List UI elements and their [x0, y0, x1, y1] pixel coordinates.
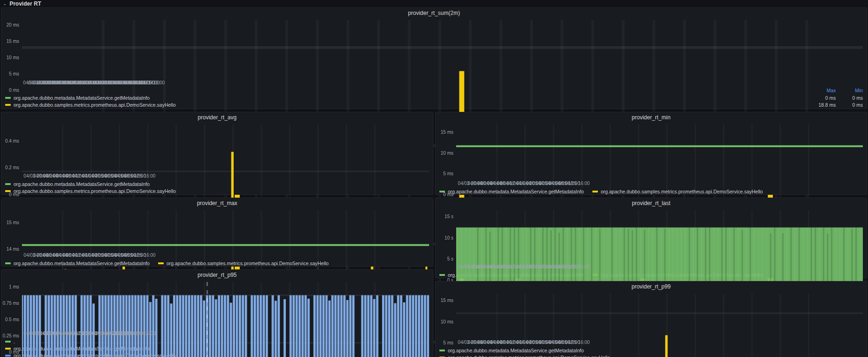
x-tick-label: 04/05 16:00 [565, 181, 590, 186]
panel-title[interactable]: provider_rt_last [436, 198, 867, 208]
chart-area: 0 ms5 ms10 ms15 ms [436, 123, 867, 180]
panel-title[interactable]: provider_rt_p99 [436, 281, 867, 292]
y-tick-label: 0.25 ms [1, 333, 19, 338]
chart-area: 0 ms5 ms10 ms15 ms [436, 292, 867, 339]
series-color-dash [5, 97, 11, 99]
y-tick-label: 10 ms [436, 319, 453, 324]
y-tick-label: 15 ms [436, 298, 453, 303]
y-tick-label: 0 ms [1, 88, 19, 93]
y-tick-label: 5 ms [436, 171, 453, 176]
x-tick-label: 04/05 16:00 [131, 173, 156, 178]
panel-provider-rt-min: provider_rt_min 0 ms5 ms10 ms15 ms 04/03… [435, 112, 867, 195]
x-tick-label: 04/05 16:00 [131, 331, 156, 336]
x-tick-label: 04/05 16:00 [565, 340, 590, 345]
row-title: Provider RT [9, 0, 41, 7]
chart-area: 0 s5 s10 s15 s [436, 208, 867, 264]
y-tick-label: 15 ms [1, 220, 19, 225]
x-axis: 04/03 18:0004/03 20:0004/03 22:0004/04 0… [22, 80, 863, 86]
y-tick-label: 0 ms [1, 350, 19, 355]
series-color-dash [5, 262, 11, 264]
y-tick-label: 14 ms [1, 247, 19, 252]
chart-canvas[interactable] [456, 294, 863, 357]
y-tick-label: 5 s [436, 256, 453, 261]
panel-title[interactable]: provider_rt_min [436, 112, 867, 123]
x-axis: 04/03 20:0004/04 00:0004/04 04:0004/04 0… [456, 339, 863, 346]
y-tick-label: 0 ms [436, 192, 453, 197]
y-tick-label: 0 ms [1, 192, 19, 197]
panel-provider-rt-avg: provider_rt_avg 0 ms0.2 ms0.4 ms 04/03 2… [1, 112, 433, 195]
panel-provider-rt-sum: provider_rt_sum(2m) 0 ms5 ms10 ms15 ms20… [1, 7, 867, 109]
chart-area: 0 ms0.2 ms0.4 ms [1, 123, 433, 173]
dashboard: ⌄ Provider RT provider_rt_sum(2m) 0 ms5 … [0, 0, 868, 357]
y-tick-label: 10 ms [1, 55, 19, 60]
y-tick-label: 20 ms [1, 22, 19, 27]
panel-title[interactable]: provider_rt_avg [1, 112, 433, 123]
series-color-dash [5, 104, 11, 106]
y-tick-label: 0.4 ms [1, 138, 19, 144]
x-axis: 04/03 20:0004/04 00:0004/04 04:0004/04 0… [22, 252, 429, 259]
series-color-dash [439, 350, 445, 351]
panel-provider-rt-p99: provider_rt_p99 0 ms5 ms10 ms15 ms 04/03… [435, 281, 867, 357]
series-color-dash [5, 183, 11, 185]
y-tick-label: 0.5 ms [1, 317, 19, 322]
y-tick-label: 5 ms [436, 340, 453, 345]
series-color-dash [5, 348, 11, 350]
y-tick-label: 0.2 ms [1, 165, 19, 170]
x-tick-label: 04/05 16:00 [131, 253, 156, 258]
series-color-dash [5, 341, 11, 343]
y-tick-label: 10 s [436, 235, 453, 240]
series-color-dash [5, 190, 11, 192]
y-tick-label: 0.75 ms [1, 301, 19, 306]
series-color-dash [439, 274, 445, 276]
panel-provider-rt-p95: provider_rt_p95 0 ms0.25 ms0.5 ms0.75 ms… [1, 269, 433, 357]
x-axis: 04/03 20:0004/04 00:0004/04 04:0004/04 0… [22, 330, 429, 337]
chart-canvas[interactable] [22, 282, 429, 357]
x-axis: 04/03 20:0004/04 00:0004/04 04:0004/04 0… [456, 180, 863, 187]
chart-area: 0 ms5 ms10 ms15 ms20 ms [1, 18, 867, 80]
chart-area: 0 ms0.25 ms0.5 ms0.75 ms1 ms [1, 280, 433, 330]
series-color-dash [5, 355, 11, 357]
x-axis: 04/03 20:0004/04 00:0004/04 04:0004/04 0… [456, 264, 863, 270]
x-tick-label: 04/05 16:00 [565, 264, 590, 269]
panel-title[interactable]: provider_rt_max [1, 198, 433, 208]
panel-provider-rt-last: provider_rt_last 0 s5 s10 s15 s 04/03 20… [435, 198, 867, 278]
panel-title[interactable]: provider_rt_p95 [1, 270, 433, 280]
x-axis: 04/03 20:0004/04 00:0004/04 04:0004/04 0… [22, 173, 429, 179]
y-tick-label: 10 ms [436, 151, 453, 156]
y-tick-label: 15 ms [436, 130, 453, 135]
y-tick-label: 5 ms [1, 71, 19, 76]
panel-title[interactable]: provider_rt_sum(2m) [1, 8, 867, 18]
panel-provider-rt-max: provider_rt_max 13 ms14 ms15 ms 04/03 20… [1, 198, 433, 267]
y-tick-label: 1 ms [1, 284, 19, 289]
y-tick-label: 15 s [436, 214, 453, 219]
chart-area: 13 ms14 ms15 ms [1, 208, 433, 252]
x-tick-label: 04/05 16:00 [140, 80, 165, 85]
y-tick-label: 15 ms [1, 39, 19, 44]
chevron-down-icon: ⌄ [3, 1, 7, 6]
row-header-provider-rt[interactable]: ⌄ Provider RT [3, 0, 41, 7]
